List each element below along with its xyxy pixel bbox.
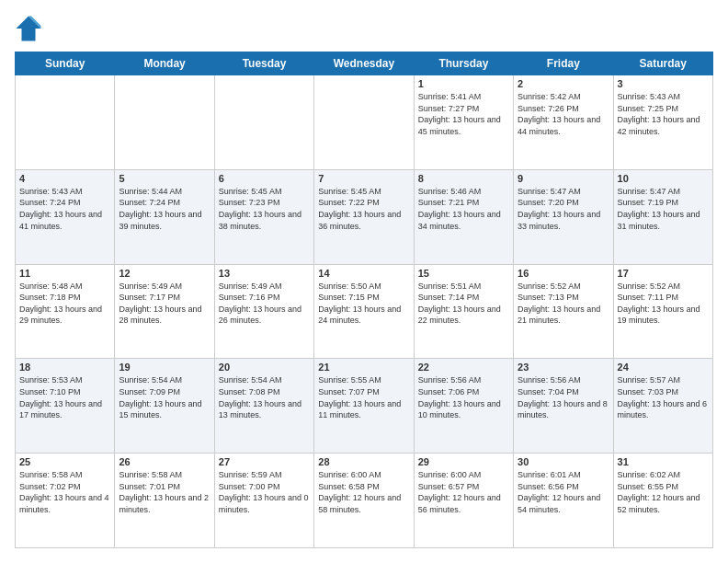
day-number: 22 <box>418 362 509 373</box>
col-friday: Friday <box>514 52 613 75</box>
day-info: Sunrise: 5:52 AMSunset: 7:13 PMDaylight:… <box>518 281 609 327</box>
day-cell: 29Sunrise: 6:00 AMSunset: 6:57 PMDayligh… <box>414 454 513 548</box>
day-number: 8 <box>418 173 509 184</box>
day-info: Sunrise: 5:55 AMSunset: 7:07 PMDaylight:… <box>318 374 409 420</box>
day-info: Sunrise: 5:49 AMSunset: 7:17 PMDaylight:… <box>119 281 210 327</box>
day-cell: 12Sunrise: 5:49 AMSunset: 7:17 PMDayligh… <box>115 264 214 359</box>
day-cell: 25Sunrise: 5:58 AMSunset: 7:02 PMDayligh… <box>16 454 115 548</box>
day-info: Sunrise: 5:43 AMSunset: 7:25 PMDaylight:… <box>618 91 709 137</box>
day-cell: 10Sunrise: 5:47 AMSunset: 7:19 PMDayligh… <box>613 169 712 264</box>
week-row-2: 4Sunrise: 5:43 AMSunset: 7:24 PMDaylight… <box>16 169 713 264</box>
day-cell <box>214 75 313 170</box>
day-cell: 3Sunrise: 5:43 AMSunset: 7:25 PMDaylight… <box>613 75 712 170</box>
day-number: 19 <box>119 362 210 373</box>
day-cell: 4Sunrise: 5:43 AMSunset: 7:24 PMDaylight… <box>16 169 115 264</box>
day-number: 2 <box>518 78 609 89</box>
day-info: Sunrise: 5:57 AMSunset: 7:03 PMDaylight:… <box>618 374 709 420</box>
day-number: 7 <box>318 173 409 184</box>
day-cell <box>115 75 214 170</box>
day-info: Sunrise: 5:41 AMSunset: 7:27 PMDaylight:… <box>418 91 509 137</box>
logo <box>15 15 46 42</box>
day-number: 15 <box>418 268 509 279</box>
day-number: 6 <box>219 173 310 184</box>
day-cell <box>314 75 414 170</box>
day-cell: 20Sunrise: 5:54 AMSunset: 7:08 PMDayligh… <box>214 359 313 454</box>
day-info: Sunrise: 5:56 AMSunset: 7:04 PMDaylight:… <box>518 374 609 420</box>
day-info: Sunrise: 5:59 AMSunset: 7:00 PMDaylight:… <box>219 469 310 515</box>
day-cell: 28Sunrise: 6:00 AMSunset: 6:58 PMDayligh… <box>314 454 414 548</box>
day-info: Sunrise: 5:47 AMSunset: 7:19 PMDaylight:… <box>618 186 709 232</box>
day-cell: 7Sunrise: 5:45 AMSunset: 7:22 PMDaylight… <box>314 169 414 264</box>
day-info: Sunrise: 5:44 AMSunset: 7:24 PMDaylight:… <box>119 186 210 232</box>
day-info: Sunrise: 5:51 AMSunset: 7:14 PMDaylight:… <box>418 281 509 327</box>
day-cell <box>16 75 115 170</box>
col-tuesday: Tuesday <box>214 52 313 75</box>
day-info: Sunrise: 6:00 AMSunset: 6:58 PMDaylight:… <box>318 469 409 515</box>
day-cell: 19Sunrise: 5:54 AMSunset: 7:09 PMDayligh… <box>115 359 214 454</box>
day-cell: 17Sunrise: 5:52 AMSunset: 7:11 PMDayligh… <box>613 264 712 359</box>
col-sunday: Sunday <box>16 52 115 75</box>
day-info: Sunrise: 5:58 AMSunset: 7:01 PMDaylight:… <box>119 469 210 515</box>
day-number: 11 <box>19 268 110 279</box>
day-number: 18 <box>19 362 110 373</box>
day-number: 21 <box>318 362 409 373</box>
day-number: 13 <box>219 268 310 279</box>
day-number: 9 <box>518 173 609 184</box>
day-cell: 24Sunrise: 5:57 AMSunset: 7:03 PMDayligh… <box>613 359 712 454</box>
day-cell: 16Sunrise: 5:52 AMSunset: 7:13 PMDayligh… <box>514 264 613 359</box>
day-number: 16 <box>518 268 609 279</box>
day-cell: 27Sunrise: 5:59 AMSunset: 7:00 PMDayligh… <box>214 454 313 548</box>
day-info: Sunrise: 5:47 AMSunset: 7:20 PMDaylight:… <box>518 186 609 232</box>
day-info: Sunrise: 5:42 AMSunset: 7:26 PMDaylight:… <box>518 91 609 137</box>
day-info: Sunrise: 5:56 AMSunset: 7:06 PMDaylight:… <box>418 374 509 420</box>
day-number: 4 <box>19 173 110 184</box>
day-cell: 30Sunrise: 6:01 AMSunset: 6:56 PMDayligh… <box>514 454 613 548</box>
day-cell: 14Sunrise: 5:50 AMSunset: 7:15 PMDayligh… <box>314 264 414 359</box>
day-info: Sunrise: 5:52 AMSunset: 7:11 PMDaylight:… <box>618 281 709 327</box>
col-monday: Monday <box>115 52 214 75</box>
calendar-table: Sunday Monday Tuesday Wednesday Thursday… <box>15 52 713 548</box>
day-cell: 18Sunrise: 5:53 AMSunset: 7:10 PMDayligh… <box>16 359 115 454</box>
day-number: 24 <box>618 362 709 373</box>
day-number: 1 <box>418 78 509 89</box>
week-row-3: 11Sunrise: 5:48 AMSunset: 7:18 PMDayligh… <box>16 264 713 359</box>
day-number: 5 <box>119 173 210 184</box>
week-row-4: 18Sunrise: 5:53 AMSunset: 7:10 PMDayligh… <box>16 359 713 454</box>
day-cell: 8Sunrise: 5:46 AMSunset: 7:21 PMDaylight… <box>414 169 513 264</box>
day-info: Sunrise: 5:50 AMSunset: 7:15 PMDaylight:… <box>318 281 409 327</box>
day-cell: 15Sunrise: 5:51 AMSunset: 7:14 PMDayligh… <box>414 264 513 359</box>
day-number: 25 <box>19 456 110 467</box>
day-info: Sunrise: 5:48 AMSunset: 7:18 PMDaylight:… <box>19 281 110 327</box>
col-thursday: Thursday <box>414 52 513 75</box>
day-info: Sunrise: 5:43 AMSunset: 7:24 PMDaylight:… <box>19 186 110 232</box>
day-cell: 22Sunrise: 5:56 AMSunset: 7:06 PMDayligh… <box>414 359 513 454</box>
day-number: 10 <box>618 173 709 184</box>
day-cell: 23Sunrise: 5:56 AMSunset: 7:04 PMDayligh… <box>514 359 613 454</box>
day-number: 17 <box>618 268 709 279</box>
day-number: 23 <box>518 362 609 373</box>
day-info: Sunrise: 6:00 AMSunset: 6:57 PMDaylight:… <box>418 469 509 515</box>
day-number: 28 <box>318 456 409 467</box>
logo-icon <box>15 15 42 42</box>
day-cell: 31Sunrise: 6:02 AMSunset: 6:55 PMDayligh… <box>613 454 712 548</box>
day-cell: 6Sunrise: 5:45 AMSunset: 7:23 PMDaylight… <box>214 169 313 264</box>
day-number: 14 <box>318 268 409 279</box>
day-info: Sunrise: 5:45 AMSunset: 7:23 PMDaylight:… <box>219 186 310 232</box>
day-info: Sunrise: 5:54 AMSunset: 7:09 PMDaylight:… <box>119 374 210 420</box>
day-info: Sunrise: 5:58 AMSunset: 7:02 PMDaylight:… <box>19 469 110 515</box>
day-number: 20 <box>219 362 310 373</box>
day-cell: 26Sunrise: 5:58 AMSunset: 7:01 PMDayligh… <box>115 454 214 548</box>
day-cell: 13Sunrise: 5:49 AMSunset: 7:16 PMDayligh… <box>214 264 313 359</box>
day-cell: 11Sunrise: 5:48 AMSunset: 7:18 PMDayligh… <box>16 264 115 359</box>
day-info: Sunrise: 5:49 AMSunset: 7:16 PMDaylight:… <box>219 281 310 327</box>
day-number: 31 <box>618 456 709 467</box>
week-row-5: 25Sunrise: 5:58 AMSunset: 7:02 PMDayligh… <box>16 454 713 548</box>
day-cell: 1Sunrise: 5:41 AMSunset: 7:27 PMDaylight… <box>414 75 513 170</box>
day-number: 29 <box>418 456 509 467</box>
day-cell: 2Sunrise: 5:42 AMSunset: 7:26 PMDaylight… <box>514 75 613 170</box>
page: Sunday Monday Tuesday Wednesday Thursday… <box>0 0 728 563</box>
header-row: Sunday Monday Tuesday Wednesday Thursday… <box>16 52 713 75</box>
day-cell: 5Sunrise: 5:44 AMSunset: 7:24 PMDaylight… <box>115 169 214 264</box>
week-row-1: 1Sunrise: 5:41 AMSunset: 7:27 PMDaylight… <box>16 75 713 170</box>
day-info: Sunrise: 6:02 AMSunset: 6:55 PMDaylight:… <box>618 469 709 515</box>
